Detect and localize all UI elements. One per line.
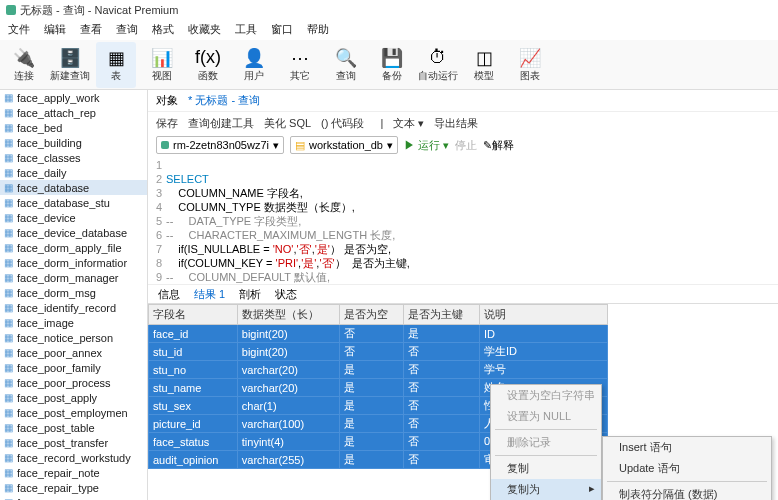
sidebar-item-face_poor_process[interactable]: ▦face_poor_process <box>0 375 147 390</box>
column-header[interactable]: 是否为空 <box>340 305 403 325</box>
table-icon: ▦ <box>4 122 13 133</box>
sidebar-item-face_post_transfer[interactable]: ▦face_post_transfer <box>0 435 147 450</box>
connection-row: rm-2zetn83n05wz7i▾ ▤workstation_db▾ ▶ 运行… <box>148 134 778 156</box>
sidebar-item-face_post_apply[interactable]: ▦face_post_apply <box>0 390 147 405</box>
run-button[interactable]: ▶ 运行 ▾ <box>404 138 449 153</box>
menu-item[interactable]: 编辑 <box>44 22 66 38</box>
submenu-tsv-data[interactable]: 制表符分隔值 (数据) <box>603 484 771 500</box>
toolbar-查询[interactable]: 🔍查询 <box>326 42 366 88</box>
titlebar: 无标题 - 查询 - Navicat Premium <box>0 0 778 20</box>
menu-copy-as[interactable]: 复制为▸ <box>491 479 601 500</box>
table-icon: ▦ <box>4 407 13 418</box>
table-icon: ▦ <box>4 347 13 358</box>
column-header[interactable]: 数据类型（长） <box>237 305 340 325</box>
sidebar-item-face_dorm_informatior[interactable]: ▦face_dorm_informatior <box>0 255 147 270</box>
menu-item[interactable]: 格式 <box>152 22 174 38</box>
sidebar-item-face_daily[interactable]: ▦face_daily <box>0 165 147 180</box>
sidebar-item-face_repair_type[interactable]: ▦face_repair_type <box>0 480 147 495</box>
code-snippet-button[interactable]: () 代码段 <box>321 116 364 131</box>
toolbar-函数[interactable]: f(x)函数 <box>188 42 228 88</box>
sql-editor[interactable]: 123456789 SELECT COLUMN_NAME 字段名, COLUMN… <box>148 156 778 284</box>
table-icon: ▦ <box>4 227 13 238</box>
menu-item[interactable]: 收藏夹 <box>188 22 221 38</box>
table-icon: ▦ <box>4 452 13 463</box>
sidebar-item-face_dorm_msg[interactable]: ▦face_dorm_msg <box>0 285 147 300</box>
submenu-insert[interactable]: Insert 语句 <box>603 437 771 458</box>
database-combo[interactable]: ▤workstation_db▾ <box>290 136 398 154</box>
sidebar-item-face_dorm_manager[interactable]: ▦face_dorm_manager <box>0 270 147 285</box>
stop-button[interactable]: 停止 <box>455 138 477 153</box>
sidebar-item-face_classes[interactable]: ▦face_classes <box>0 150 147 165</box>
menu-item[interactable]: 查询 <box>116 22 138 38</box>
beautify-sql-button[interactable]: 美化 SQL <box>264 116 311 131</box>
table-icon: ▦ <box>4 137 13 148</box>
submenu-update[interactable]: Update 语句 <box>603 458 771 479</box>
sidebar-tree[interactable]: ▦face_apply_work▦face_attach_rep▦face_be… <box>0 90 148 500</box>
sidebar-item-face_post_employmen[interactable]: ▦face_post_employmen <box>0 405 147 420</box>
sidebar-item-face_database_stu[interactable]: ▦face_database_stu <box>0 195 147 210</box>
sidebar-item-face_post_table[interactable]: ▦face_post_table <box>0 420 147 435</box>
toolbar-图表[interactable]: 📈图表 <box>510 42 550 88</box>
sidebar-item-face_repair_note[interactable]: ▦face_repair_note <box>0 465 147 480</box>
table-icon: ▦ <box>4 302 13 313</box>
column-header[interactable]: 说明 <box>479 305 607 325</box>
table-icon: ▦ <box>4 92 13 103</box>
tab-profile[interactable]: 剖析 <box>239 287 261 301</box>
sidebar-item-face_apply_work[interactable]: ▦face_apply_work <box>0 90 147 105</box>
toolbar-模型[interactable]: ◫模型 <box>464 42 504 88</box>
sidebar-item-face_image[interactable]: ▦face_image <box>0 315 147 330</box>
table-row[interactable]: face_idbigint(20)否是ID <box>149 325 608 343</box>
export-button[interactable]: 导出结果 <box>434 116 478 131</box>
table-row[interactable]: stu_novarchar(20)是否学号 <box>149 361 608 379</box>
sidebar-item-face_poor_annex[interactable]: ▦face_poor_annex <box>0 345 147 360</box>
explain-button[interactable]: ✎解释 <box>483 138 514 153</box>
sidebar-item-face_bed[interactable]: ▦face_bed <box>0 120 147 135</box>
tab-objects[interactable]: 对象 <box>156 93 178 108</box>
toolbar-其它[interactable]: ⋯其它 <box>280 42 320 88</box>
toolbar-表[interactable]: ▦表 <box>96 42 136 88</box>
menu-set-null[interactable]: 设置为 NULL <box>491 406 601 427</box>
column-header[interactable]: 字段名 <box>149 305 238 325</box>
toolbar-用户[interactable]: 👤用户 <box>234 42 274 88</box>
sidebar-item-face_attach_rep[interactable]: ▦face_attach_rep <box>0 105 147 120</box>
sidebar-item-face_building[interactable]: ▦face_building <box>0 135 147 150</box>
sidebar-item-face_notice_person[interactable]: ▦face_notice_person <box>0 330 147 345</box>
window-title: 无标题 - 查询 - Navicat Premium <box>20 3 178 18</box>
table-icon: ▦ <box>4 182 13 193</box>
toolbar-新建查询[interactable]: 🗄️新建查询 <box>50 42 90 88</box>
query-builder-button[interactable]: 查询创建工具 <box>188 116 254 131</box>
table-row[interactable]: stu_idbigint(20)否否学生ID <box>149 343 608 361</box>
menu-delete-record[interactable]: 删除记录 <box>491 432 601 453</box>
sidebar-item-face_room[interactable]: ▦face_room <box>0 495 147 500</box>
table-icon: ▦ <box>4 242 13 253</box>
menu-copy[interactable]: 复制 <box>491 458 601 479</box>
server-combo[interactable]: rm-2zetn83n05wz7i▾ <box>156 136 284 154</box>
sidebar-item-face_device_database[interactable]: ▦face_device_database <box>0 225 147 240</box>
menu-item[interactable]: 窗口 <box>271 22 293 38</box>
sidebar-item-face_dorm_apply_file[interactable]: ▦face_dorm_apply_file <box>0 240 147 255</box>
toolbar-自动运行[interactable]: ⏱自动运行 <box>418 42 458 88</box>
save-button[interactable]: 保存 <box>156 116 178 131</box>
tab-query[interactable]: * 无标题 - 查询 <box>188 93 260 108</box>
tab-info[interactable]: 信息 <box>158 287 180 301</box>
tab-status[interactable]: 状态 <box>275 287 297 301</box>
menu-item[interactable]: 查看 <box>80 22 102 38</box>
menu-item[interactable]: 文件 <box>8 22 30 38</box>
sidebar-item-face_database[interactable]: ▦face_database <box>0 180 147 195</box>
table-icon: ▦ <box>4 272 13 283</box>
table-icon: ▦ <box>4 287 13 298</box>
sidebar-item-face_device[interactable]: ▦face_device <box>0 210 147 225</box>
sidebar-item-face_record_workstudy[interactable]: ▦face_record_workstudy <box>0 450 147 465</box>
menu-set-empty[interactable]: 设置为空白字符串 <box>491 385 601 406</box>
column-header[interactable]: 是否为主键 <box>403 305 479 325</box>
toolbar-连接[interactable]: 🔌连接 <box>4 42 44 88</box>
menu-item[interactable]: 帮助 <box>307 22 329 38</box>
toolbar-备份[interactable]: 💾备份 <box>372 42 412 88</box>
app-icon <box>6 5 16 15</box>
tab-result[interactable]: 结果 1 <box>194 287 225 301</box>
sidebar-item-face_poor_family[interactable]: ▦face_poor_family <box>0 360 147 375</box>
toolbar-视图[interactable]: 📊视图 <box>142 42 182 88</box>
menu-item[interactable]: 工具 <box>235 22 257 38</box>
sidebar-item-face_identify_record[interactable]: ▦face_identify_record <box>0 300 147 315</box>
text-button[interactable]: 文本 ▾ <box>393 116 424 131</box>
